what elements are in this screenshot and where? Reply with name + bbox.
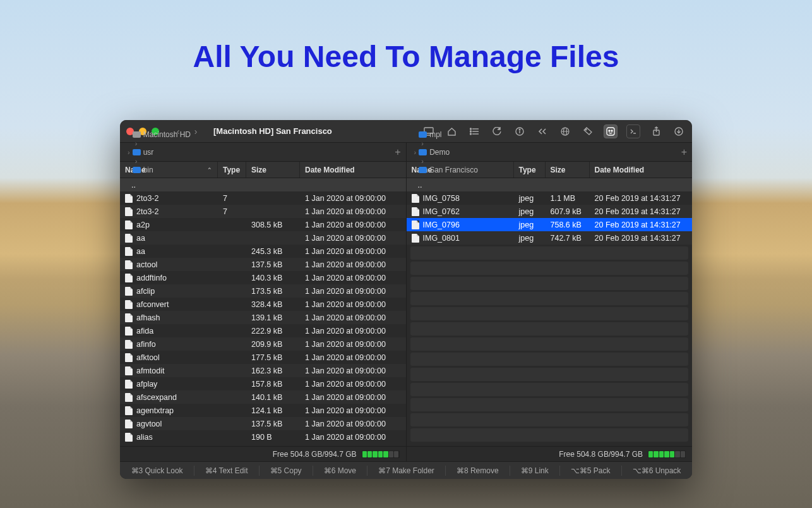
file-row[interactable]: agvtool137.5 kB1 Jan 2020 at 09:00:00 bbox=[120, 417, 406, 430]
status-row: Free 504.8 GB/994.7 GB Free 504.8 GB/994… bbox=[120, 446, 692, 461]
file-size: 140.3 kB bbox=[246, 274, 300, 282]
cmd-move[interactable]: ⌘6 Move bbox=[320, 466, 360, 475]
file-type: jpeg bbox=[514, 234, 546, 243]
file-row[interactable]: 2to3-271 Jan 2020 at 09:00:00 bbox=[120, 205, 406, 218]
file-row[interactable]: IMG_0801jpeg742.7 kB20 Feb 2019 at 14:31… bbox=[407, 231, 693, 245]
file-size: 308.5 kB bbox=[246, 221, 300, 229]
cmd-remove[interactable]: ⌘8 Remove bbox=[453, 466, 503, 475]
col-size[interactable]: Size bbox=[546, 162, 590, 178]
add-tab-button[interactable]: + bbox=[395, 147, 400, 158]
file-row[interactable]: addftinfo140.3 kB1 Jan 2020 at 09:00:00 bbox=[120, 271, 406, 284]
file-icon bbox=[412, 221, 419, 229]
col-type[interactable]: Type bbox=[514, 162, 546, 178]
file-date: 20 Feb 2019 at 14:31:27 bbox=[590, 234, 693, 243]
file-row[interactable]: 2to3-271 Jan 2020 at 09:00:00 bbox=[120, 191, 406, 205]
breadcrumb-segment[interactable]: Macintosh HD bbox=[133, 130, 191, 139]
separator bbox=[194, 466, 194, 476]
empty-row bbox=[410, 428, 689, 442]
file-icon bbox=[125, 313, 133, 322]
breadcrumb-segment[interactable]: San Francisco bbox=[419, 166, 478, 174]
file-name: 2to3-2 bbox=[136, 194, 158, 203]
file-icon bbox=[125, 247, 133, 256]
svg-point-14 bbox=[585, 129, 587, 130]
breadcrumb-label: Macintosh HD bbox=[143, 130, 191, 139]
svg-point-16 bbox=[609, 130, 610, 131]
breadcrumb-label: mpl bbox=[429, 130, 441, 139]
svg-point-17 bbox=[611, 130, 612, 131]
svg-point-5 bbox=[470, 128, 471, 130]
file-row[interactable]: afplay157.8 kB1 Jan 2020 at 09:00:00 bbox=[120, 377, 406, 390]
breadcrumb-segment[interactable]: mpl bbox=[419, 130, 478, 139]
file-size: 607.9 kB bbox=[546, 207, 590, 216]
file-row[interactable]: afktool177.5 kB1 Jan 2020 at 09:00:00 bbox=[120, 351, 406, 364]
empty-row bbox=[410, 277, 689, 290]
col-date[interactable]: Date Modified bbox=[590, 162, 693, 178]
cmd-link[interactable]: ⌘9 Link bbox=[517, 466, 552, 475]
file-size: 173.5 kB bbox=[246, 287, 300, 296]
empty-row bbox=[410, 413, 689, 426]
file-row[interactable]: afscexpand140.1 kB1 Jan 2020 at 09:00:00 bbox=[120, 390, 406, 404]
file-row[interactable]: alias190 B1 Jan 2020 at 09:00:00 bbox=[120, 430, 406, 444]
separator bbox=[510, 466, 510, 476]
tag-icon[interactable] bbox=[581, 124, 595, 138]
disk-usage-bar bbox=[362, 451, 400, 458]
cmd-copy[interactable]: ⌘5 Copy bbox=[266, 466, 306, 475]
file-size: 137.5 kB bbox=[246, 420, 300, 428]
add-tab-button[interactable]: + bbox=[681, 147, 687, 158]
breadcrumb-segment[interactable]: bin bbox=[133, 166, 191, 174]
col-date[interactable]: Date Modified bbox=[300, 162, 406, 178]
file-name: afmtodit bbox=[136, 366, 164, 375]
file-row[interactable]: afmtodit162.3 kB1 Jan 2020 at 09:00:00 bbox=[120, 364, 406, 377]
file-row[interactable]: afida222.9 kB1 Jan 2020 at 09:00:00 bbox=[120, 324, 406, 337]
download-icon[interactable] bbox=[672, 124, 686, 138]
file-icon bbox=[125, 380, 133, 389]
file-date: 1 Jan 2020 at 09:00:00 bbox=[300, 380, 406, 389]
cmd-make-folder[interactable]: ⌘7 Make Folder bbox=[374, 466, 438, 475]
breadcrumb-label: Demo bbox=[429, 148, 450, 157]
file-row[interactable]: afinfo209.9 kB1 Jan 2020 at 09:00:00 bbox=[120, 337, 406, 351]
col-size[interactable]: Size bbox=[246, 162, 300, 178]
file-row[interactable]: actool137.5 kB1 Jan 2020 at 09:00:00 bbox=[120, 258, 406, 271]
face-icon[interactable] bbox=[604, 124, 618, 138]
cmd-quick-look[interactable]: ⌘3 Quick Look bbox=[128, 466, 187, 475]
file-name: actool bbox=[136, 260, 157, 269]
file-row[interactable]: a2p308.5 kB1 Jan 2020 at 09:00:00 bbox=[120, 218, 406, 231]
refresh-icon[interactable] bbox=[490, 124, 504, 138]
file-row[interactable]: afconvert328.4 kB1 Jan 2020 at 09:00:00 bbox=[120, 298, 406, 311]
col-type[interactable]: Type bbox=[218, 162, 246, 178]
panes: Name⌃ Type Size Date Modified ..2to3-271… bbox=[120, 162, 692, 446]
file-row[interactable]: afclip173.5 kB1 Jan 2020 at 09:00:00 bbox=[120, 284, 406, 298]
file-row[interactable]: IMG_0758jpeg1.1 MB20 Feb 2019 at 14:31:2… bbox=[407, 191, 693, 205]
folder-icon bbox=[133, 149, 141, 155]
file-size: 177.5 kB bbox=[246, 353, 300, 362]
empty-row bbox=[410, 398, 689, 411]
file-row[interactable]: agentxtrap124.1 kB1 Jan 2020 at 09:00:00 bbox=[120, 404, 406, 417]
cmd-text-edit[interactable]: ⌘4 Text Edit bbox=[201, 466, 252, 475]
globe-icon[interactable] bbox=[558, 124, 572, 138]
cmd-unpack[interactable]: ⌥⌘6 Unpack bbox=[629, 466, 685, 475]
file-date: 1 Jan 2020 at 09:00:00 bbox=[300, 260, 406, 269]
file-row[interactable]: aa245.3 kB1 Jan 2020 at 09:00:00 bbox=[120, 245, 406, 258]
separator bbox=[621, 466, 622, 476]
breadcrumb-row: › Macintosh HD›usr›bin + › mpl›Demo›San … bbox=[120, 143, 692, 162]
file-row[interactable]: afhash139.1 kB1 Jan 2020 at 09:00:00 bbox=[120, 311, 406, 324]
hero-title: All You Need To Manage Files bbox=[0, 0, 812, 74]
file-date: 1 Jan 2020 at 09:00:00 bbox=[300, 420, 406, 428]
sort-asc-icon: ⌃ bbox=[207, 167, 212, 173]
file-date: 1 Jan 2020 at 09:00:00 bbox=[300, 194, 406, 203]
share-icon[interactable] bbox=[649, 124, 663, 138]
file-icon bbox=[125, 300, 133, 309]
info-icon[interactable] bbox=[513, 124, 527, 138]
file-row[interactable]: IMG_0762jpeg607.9 kB20 Feb 2019 at 14:31… bbox=[407, 205, 693, 218]
parent-dir-row[interactable]: .. bbox=[120, 178, 406, 191]
terminal-icon[interactable] bbox=[626, 124, 640, 138]
file-size: 139.1 kB bbox=[246, 313, 300, 322]
parent-label: .. bbox=[407, 181, 514, 190]
file-row[interactable]: aa1 Jan 2020 at 09:00:00 bbox=[120, 231, 406, 245]
cmd-pack[interactable]: ⌥⌘5 Pack bbox=[567, 466, 614, 475]
breadcrumb-segment[interactable]: Demo bbox=[419, 148, 478, 157]
chevrons-icon[interactable] bbox=[535, 124, 549, 138]
file-row[interactable]: IMG_0796jpeg758.6 kB20 Feb 2019 at 14:31… bbox=[407, 218, 693, 231]
parent-dir-row[interactable]: .. bbox=[407, 178, 693, 191]
breadcrumb-segment[interactable]: usr bbox=[133, 148, 191, 157]
